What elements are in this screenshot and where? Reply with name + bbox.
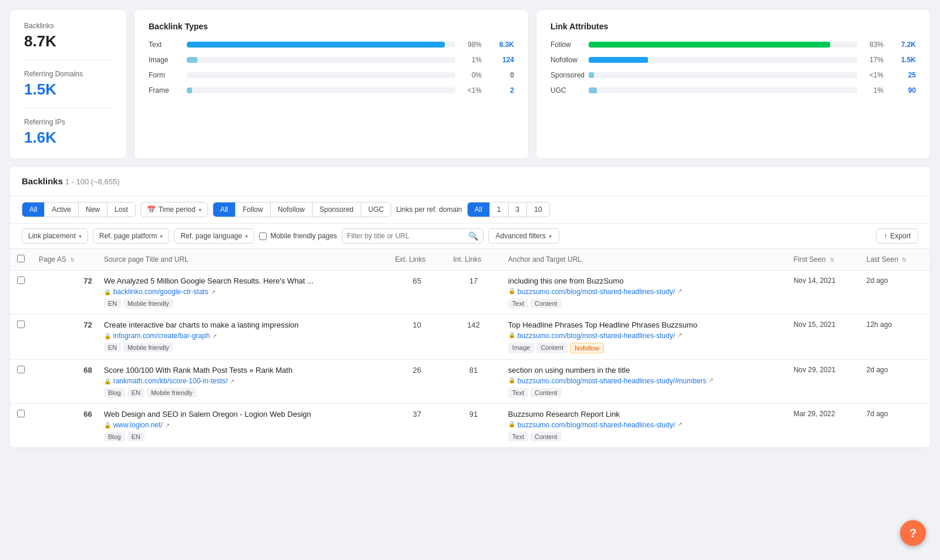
sort-icon-last-seen[interactable]: ⇅ xyxy=(902,257,907,263)
anchor-tags-row: TextContent xyxy=(508,432,780,441)
first-seen-cell: Nov 29, 2021 xyxy=(787,360,860,404)
sort-icon-page-as[interactable]: ⇅ xyxy=(70,257,75,263)
anchor-url-link[interactable]: buzzsumo.com/blog/most-shared-headlines-… xyxy=(518,377,707,385)
mobile-friendly-label: Mobile friendly pages xyxy=(270,232,337,240)
backlinks-section-title: Backlinks xyxy=(22,176,63,186)
page-as-cell: 72 xyxy=(32,271,97,315)
links-per-domain-label: Links per ref. domain xyxy=(396,205,462,214)
chart-row: Follow 83% 7.2K xyxy=(550,41,916,49)
ref-page-platform-dropdown[interactable]: Ref. page platform ▾ xyxy=(93,228,170,244)
external-link-icon[interactable]: ↗ xyxy=(230,378,234,384)
ext-links-cell: 26 xyxy=(388,360,446,404)
links-domain-3[interactable]: 3 xyxy=(509,203,527,217)
source-url-link[interactable]: rankmath.com/kb/score-100-in-tests/ xyxy=(113,377,228,385)
status-filter-active[interactable]: Active xyxy=(45,203,78,217)
row-checkbox-cell xyxy=(10,404,32,448)
chart-bar-container xyxy=(187,42,455,48)
anchor-url-link[interactable]: buzzsumo.com/blog/most-shared-headlines-… xyxy=(518,421,675,429)
external-link-icon[interactable]: ↗ xyxy=(212,333,217,339)
follow-filter-sponsored[interactable]: Sponsored xyxy=(313,203,361,217)
source-tags-row: ENMobile friendly xyxy=(104,299,381,308)
table-row: 72 We Analyzed 5 Million Google Search R… xyxy=(10,271,930,315)
search-input-wrapper: 🔍 xyxy=(342,228,484,244)
external-link-icon[interactable]: ↗ xyxy=(677,332,682,338)
mobile-friendly-checkbox[interactable] xyxy=(259,232,267,240)
anchor-tag: Content xyxy=(531,432,562,441)
search-input[interactable] xyxy=(347,232,465,240)
follow-filter-all[interactable]: All xyxy=(213,203,235,217)
source-page-header: Source page Title and URL xyxy=(97,249,388,271)
chart-row: Form 0% 0 xyxy=(149,71,514,79)
follow-filter-follow[interactable]: Follow xyxy=(236,203,270,217)
external-link-icon[interactable]: ↗ xyxy=(677,288,682,294)
follow-filter-nofollow[interactable]: Nofollow xyxy=(271,203,312,217)
row-checkbox-3[interactable] xyxy=(17,410,25,417)
backlinks-table: Page AS ⇅ Source page Title and URL Ext.… xyxy=(10,249,930,448)
row-checkbox-cell xyxy=(10,315,32,360)
backlinks-label: Backlinks xyxy=(24,22,112,30)
external-link-icon[interactable]: ↗ xyxy=(709,377,713,383)
status-filter-lost[interactable]: Lost xyxy=(108,203,135,217)
lock-icon: 🔒 xyxy=(104,422,111,429)
anchor-url-link[interactable]: buzzsumo.com/blog/most-shared-headlines-… xyxy=(518,332,675,340)
source-url-link[interactable]: infogram.com/create/bar-graph xyxy=(113,332,210,340)
int-links-label: Int. Links xyxy=(453,255,481,264)
row-checkbox-2[interactable] xyxy=(17,366,25,373)
search-icon[interactable]: 🔍 xyxy=(468,231,478,241)
ref-page-language-dropdown[interactable]: Ref. page language ▾ xyxy=(174,228,254,244)
lock-icon: 🔒 xyxy=(508,421,515,427)
last-seen-cell: 2d ago xyxy=(860,271,930,315)
row-checkbox-1[interactable] xyxy=(17,321,25,328)
source-url-link[interactable]: www.logion.net/ xyxy=(113,421,163,429)
chart-count: 1.5K xyxy=(889,56,916,64)
external-link-icon[interactable]: ↗ xyxy=(211,289,216,295)
row-checkbox-0[interactable] xyxy=(17,276,25,284)
referring-domains-stat: Referring Domains 1.5K xyxy=(24,70,112,99)
source-tags-row: BlogENMobile friendly xyxy=(104,388,381,397)
links-per-domain-group: All 1 3 10 xyxy=(467,202,550,217)
source-url-row: 🔒 rankmath.com/kb/score-100-in-tests/ ↗ xyxy=(104,377,381,385)
link-placement-dropdown[interactable]: Link placement ▾ xyxy=(22,228,88,244)
chart-pct: 1% xyxy=(863,86,884,95)
backlinks-section: Backlinks 1 - 100 (~8,655) All Active Ne… xyxy=(9,166,931,448)
anchor-tag: Text xyxy=(508,432,528,441)
ext-links-cell: 10 xyxy=(388,315,446,360)
sort-icon-first-seen[interactable]: ⇅ xyxy=(830,257,834,263)
export-button[interactable]: ↑ Export xyxy=(876,228,918,244)
chart-count: 0 xyxy=(488,71,514,79)
stats-summary-card: Backlinks 8.7K Referring Domains 1.5K Re… xyxy=(9,9,127,159)
advanced-filters-button[interactable]: Advanced filters ▾ xyxy=(488,228,559,244)
chart-label: Follow xyxy=(550,41,583,49)
link-placement-label: Link placement xyxy=(28,232,76,240)
chart-label: Sponsored xyxy=(550,71,583,79)
links-domain-all[interactable]: All xyxy=(468,203,489,217)
source-url-link[interactable]: backlinko.com/google-ctr-stats xyxy=(113,288,209,296)
external-link-icon[interactable]: ↗ xyxy=(677,421,682,427)
source-title: Web Design and SEO in Salem Oregon - Log… xyxy=(104,410,381,419)
chart-bar xyxy=(187,42,445,48)
chart-label: Frame xyxy=(149,86,181,95)
links-domain-1[interactable]: 1 xyxy=(490,203,508,217)
anchor-url-link[interactable]: buzzsumo.com/blog/most-shared-headlines-… xyxy=(518,288,675,296)
ext-links-cell: 37 xyxy=(388,404,446,448)
time-period-button[interactable]: 📅 Time period ▾ xyxy=(140,202,208,217)
mobile-friendly-filter[interactable]: Mobile friendly pages xyxy=(259,232,337,240)
anchor-tag: Content xyxy=(531,388,562,397)
select-all-checkbox[interactable] xyxy=(17,255,25,262)
table-body: 72 We Analyzed 5 Million Google Search R… xyxy=(10,271,930,448)
first-seen-cell: Mar 29, 2022 xyxy=(787,404,860,448)
follow-filter-ugc[interactable]: UGC xyxy=(361,203,391,217)
backlinks-value: 8.7K xyxy=(24,32,112,50)
filters-row-2: Link placement ▾ Ref. page platform ▾ Re… xyxy=(10,224,930,249)
lock-icon: 🔒 xyxy=(508,332,515,338)
ext-links-cell: 65 xyxy=(388,271,446,315)
anchor-cell: section on using numbers in the title 🔒 … xyxy=(501,360,787,404)
chart-bar-container xyxy=(187,57,455,63)
status-filter-new[interactable]: New xyxy=(79,203,107,217)
links-domain-10[interactable]: 10 xyxy=(527,203,549,217)
anchor-tags-row: TextContent xyxy=(508,299,780,308)
lock-icon: 🔒 xyxy=(104,333,111,339)
external-link-icon[interactable]: ↗ xyxy=(165,422,170,429)
status-filter-all[interactable]: All xyxy=(22,203,44,217)
last-seen-label: Last Seen xyxy=(867,255,898,264)
